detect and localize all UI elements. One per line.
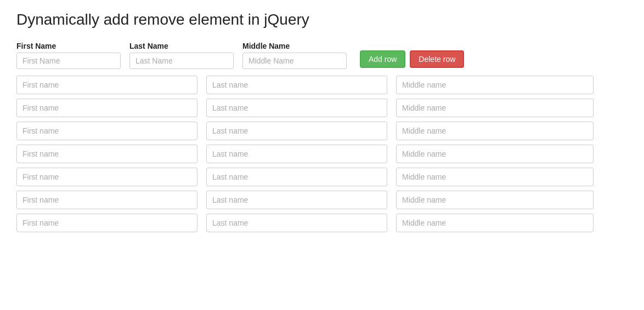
- row-last-name-input[interactable]: [206, 122, 387, 140]
- row-first-name-input[interactable]: [16, 76, 197, 94]
- row-first-name-input[interactable]: [16, 214, 197, 232]
- table-row: [16, 76, 628, 94]
- add-row-button[interactable]: Add row: [360, 50, 405, 68]
- first-name-input[interactable]: [16, 53, 121, 69]
- last-name-label: Last Name: [129, 42, 234, 50]
- row-first-name-input[interactable]: [16, 122, 197, 140]
- table-row: [16, 99, 628, 117]
- row-first-name-input[interactable]: [16, 168, 197, 186]
- row-last-name-input[interactable]: [206, 191, 387, 209]
- middle-name-input[interactable]: [242, 53, 347, 69]
- row-first-name-input[interactable]: [16, 145, 197, 163]
- row-last-name-input[interactable]: [206, 76, 387, 94]
- row-last-name-input[interactable]: [206, 214, 387, 232]
- table-row: [16, 214, 628, 232]
- first-name-label: First Name: [16, 42, 121, 50]
- row-first-name-input[interactable]: [16, 191, 197, 209]
- table-row: [16, 168, 628, 186]
- row-middle-name-input[interactable]: [396, 191, 594, 209]
- row-middle-name-input[interactable]: [396, 76, 594, 94]
- last-name-input[interactable]: [129, 53, 234, 69]
- middle-name-group: Middle Name: [242, 42, 347, 69]
- header-row: First Name Last Name Middle Name Add row…: [16, 42, 628, 69]
- table-row: [16, 145, 628, 163]
- row-last-name-input[interactable]: [206, 99, 387, 117]
- table-row: [16, 191, 628, 209]
- row-middle-name-input[interactable]: [396, 122, 594, 140]
- row-last-name-input[interactable]: [206, 168, 387, 186]
- last-name-group: Last Name: [129, 42, 234, 69]
- middle-name-label: Middle Name: [242, 42, 347, 50]
- action-buttons: Add row Delete row: [360, 50, 464, 69]
- row-first-name-input[interactable]: [16, 99, 197, 117]
- row-middle-name-input[interactable]: [396, 214, 594, 232]
- first-name-group: First Name: [16, 42, 121, 69]
- row-middle-name-input[interactable]: [396, 168, 594, 186]
- row-middle-name-input[interactable]: [396, 99, 594, 117]
- table-row: [16, 122, 628, 140]
- page-title: Dynamically add remove element in jQuery: [16, 11, 628, 28]
- delete-row-button[interactable]: Delete row: [410, 50, 464, 68]
- row-middle-name-input[interactable]: [396, 145, 594, 163]
- row-last-name-input[interactable]: [206, 145, 387, 163]
- data-rows-container: [16, 76, 628, 232]
